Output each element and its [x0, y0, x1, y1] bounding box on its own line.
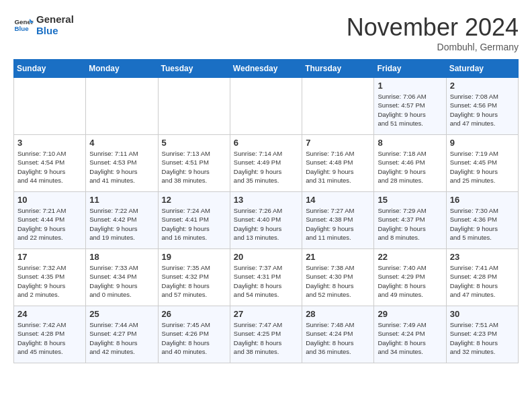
- day-cell: 1Sunrise: 7:06 AMSunset: 4:57 PMDaylight…: [374, 78, 446, 135]
- day-cell: [158, 78, 230, 135]
- day-cell: 10Sunrise: 7:21 AMSunset: 4:44 PMDayligh…: [14, 192, 86, 249]
- day-info: Sunrise: 7:26 AMSunset: 4:40 PMDaylight:…: [234, 206, 298, 242]
- day-number: 8: [378, 138, 442, 148]
- header-thursday: Thursday: [302, 60, 374, 78]
- header-wednesday: Wednesday: [230, 60, 302, 78]
- day-cell: 29Sunrise: 7:49 AMSunset: 4:24 PMDayligh…: [374, 306, 446, 363]
- day-number: 21: [306, 252, 370, 262]
- day-info: Sunrise: 7:35 AMSunset: 4:32 PMDaylight:…: [162, 263, 226, 299]
- day-cell: 14Sunrise: 7:27 AMSunset: 4:38 PMDayligh…: [302, 192, 374, 249]
- day-info: Sunrise: 7:47 AMSunset: 4:25 PMDaylight:…: [234, 320, 298, 356]
- day-number: 14: [306, 195, 370, 205]
- day-info: Sunrise: 7:30 AMSunset: 4:36 PMDaylight:…: [450, 206, 515, 242]
- day-number: 26: [162, 309, 226, 319]
- day-cell: 6Sunrise: 7:14 AMSunset: 4:49 PMDaylight…: [230, 135, 302, 192]
- day-cell: 30Sunrise: 7:51 AMSunset: 4:23 PMDayligh…: [446, 306, 518, 363]
- day-cell: 26Sunrise: 7:45 AMSunset: 4:26 PMDayligh…: [158, 306, 230, 363]
- day-info: Sunrise: 7:10 AMSunset: 4:54 PMDaylight:…: [17, 149, 82, 185]
- day-info: Sunrise: 7:19 AMSunset: 4:45 PMDaylight:…: [450, 149, 515, 185]
- day-cell: 12Sunrise: 7:24 AMSunset: 4:41 PMDayligh…: [158, 192, 230, 249]
- logo-icon: General Blue: [13, 15, 34, 35]
- day-cell: 17Sunrise: 7:32 AMSunset: 4:35 PMDayligh…: [14, 249, 86, 306]
- day-number: 27: [234, 309, 298, 319]
- day-info: Sunrise: 7:38 AMSunset: 4:30 PMDaylight:…: [306, 263, 370, 299]
- day-number: 13: [234, 195, 298, 205]
- day-number: 22: [378, 252, 442, 262]
- svg-text:Blue: Blue: [15, 25, 30, 32]
- header: General Blue General Blue November 2024 …: [13, 13, 519, 52]
- day-info: Sunrise: 7:06 AMSunset: 4:57 PMDaylight:…: [378, 92, 442, 128]
- day-cell: 21Sunrise: 7:38 AMSunset: 4:30 PMDayligh…: [302, 249, 374, 306]
- day-info: Sunrise: 7:49 AMSunset: 4:24 PMDaylight:…: [378, 320, 442, 356]
- day-info: Sunrise: 7:27 AMSunset: 4:38 PMDaylight:…: [306, 206, 370, 242]
- header-friday: Friday: [374, 60, 446, 78]
- day-number: 25: [89, 309, 154, 319]
- day-info: Sunrise: 7:11 AMSunset: 4:53 PMDaylight:…: [89, 149, 154, 185]
- week-row-4: 17Sunrise: 7:32 AMSunset: 4:35 PMDayligh…: [14, 249, 519, 306]
- week-row-1: 1Sunrise: 7:06 AMSunset: 4:57 PMDaylight…: [14, 78, 519, 135]
- day-cell: 11Sunrise: 7:22 AMSunset: 4:42 PMDayligh…: [86, 192, 158, 249]
- week-row-3: 10Sunrise: 7:21 AMSunset: 4:44 PMDayligh…: [14, 192, 519, 249]
- day-number: 5: [162, 138, 226, 148]
- header-sunday: Sunday: [14, 60, 86, 78]
- day-info: Sunrise: 7:33 AMSunset: 4:34 PMDaylight:…: [89, 263, 154, 299]
- day-info: Sunrise: 7:37 AMSunset: 4:31 PMDaylight:…: [234, 263, 298, 299]
- day-number: 29: [378, 309, 442, 319]
- day-cell: 5Sunrise: 7:13 AMSunset: 4:51 PMDaylight…: [158, 135, 230, 192]
- day-info: Sunrise: 7:22 AMSunset: 4:42 PMDaylight:…: [89, 206, 154, 242]
- day-cell: 2Sunrise: 7:08 AMSunset: 4:56 PMDaylight…: [446, 78, 518, 135]
- day-cell: 9Sunrise: 7:19 AMSunset: 4:45 PMDaylight…: [446, 135, 518, 192]
- day-number: 16: [450, 195, 515, 205]
- day-cell: 28Sunrise: 7:48 AMSunset: 4:24 PMDayligh…: [302, 306, 374, 363]
- day-number: 1: [378, 81, 442, 91]
- week-row-5: 24Sunrise: 7:42 AMSunset: 4:28 PMDayligh…: [14, 306, 519, 363]
- day-number: 12: [162, 195, 226, 205]
- day-cell: 16Sunrise: 7:30 AMSunset: 4:36 PMDayligh…: [446, 192, 518, 249]
- day-info: Sunrise: 7:32 AMSunset: 4:35 PMDaylight:…: [17, 263, 82, 299]
- logo-text-blue: Blue: [36, 25, 74, 36]
- month-title: November 2024: [347, 13, 519, 42]
- day-info: Sunrise: 7:21 AMSunset: 4:44 PMDaylight:…: [17, 206, 82, 242]
- day-cell: 24Sunrise: 7:42 AMSunset: 4:28 PMDayligh…: [14, 306, 86, 363]
- day-cell: 3Sunrise: 7:10 AMSunset: 4:54 PMDaylight…: [14, 135, 86, 192]
- day-info: Sunrise: 7:16 AMSunset: 4:48 PMDaylight:…: [306, 149, 370, 185]
- day-cell: [230, 78, 302, 135]
- logo: General Blue General Blue: [13, 13, 74, 36]
- day-cell: 22Sunrise: 7:40 AMSunset: 4:29 PMDayligh…: [374, 249, 446, 306]
- day-cell: 18Sunrise: 7:33 AMSunset: 4:34 PMDayligh…: [86, 249, 158, 306]
- day-info: Sunrise: 7:29 AMSunset: 4:37 PMDaylight:…: [378, 206, 442, 242]
- day-cell: 4Sunrise: 7:11 AMSunset: 4:53 PMDaylight…: [86, 135, 158, 192]
- day-info: Sunrise: 7:14 AMSunset: 4:49 PMDaylight:…: [234, 149, 298, 185]
- day-number: 15: [378, 195, 442, 205]
- day-info: Sunrise: 7:42 AMSunset: 4:28 PMDaylight:…: [17, 320, 82, 356]
- day-number: 23: [450, 252, 515, 262]
- day-cell: 8Sunrise: 7:18 AMSunset: 4:46 PMDaylight…: [374, 135, 446, 192]
- day-number: 20: [234, 252, 298, 262]
- day-info: Sunrise: 7:41 AMSunset: 4:28 PMDaylight:…: [450, 263, 515, 299]
- day-cell: 23Sunrise: 7:41 AMSunset: 4:28 PMDayligh…: [446, 249, 518, 306]
- day-info: Sunrise: 7:40 AMSunset: 4:29 PMDaylight:…: [378, 263, 442, 299]
- calendar-header: SundayMondayTuesdayWednesdayThursdayFrid…: [14, 60, 519, 78]
- day-info: Sunrise: 7:48 AMSunset: 4:24 PMDaylight:…: [306, 320, 370, 356]
- day-number: 6: [234, 138, 298, 148]
- day-cell: [302, 78, 374, 135]
- header-monday: Monday: [86, 60, 158, 78]
- day-number: 4: [89, 138, 154, 148]
- day-number: 24: [17, 309, 82, 319]
- day-info: Sunrise: 7:44 AMSunset: 4:27 PMDaylight:…: [89, 320, 154, 356]
- title-area: November 2024 Dombuhl, Germany: [347, 13, 519, 52]
- day-cell: 15Sunrise: 7:29 AMSunset: 4:37 PMDayligh…: [374, 192, 446, 249]
- day-info: Sunrise: 7:51 AMSunset: 4:23 PMDaylight:…: [450, 320, 515, 356]
- day-number: 9: [450, 138, 515, 148]
- day-info: Sunrise: 7:24 AMSunset: 4:41 PMDaylight:…: [162, 206, 226, 242]
- day-cell: 19Sunrise: 7:35 AMSunset: 4:32 PMDayligh…: [158, 249, 230, 306]
- day-info: Sunrise: 7:45 AMSunset: 4:26 PMDaylight:…: [162, 320, 226, 356]
- day-number: 18: [89, 252, 154, 262]
- day-number: 3: [17, 138, 82, 148]
- calendar-body: 1Sunrise: 7:06 AMSunset: 4:57 PMDaylight…: [14, 78, 519, 363]
- day-info: Sunrise: 7:18 AMSunset: 4:46 PMDaylight:…: [378, 149, 442, 185]
- day-cell: [86, 78, 158, 135]
- header-tuesday: Tuesday: [158, 60, 230, 78]
- header-row: SundayMondayTuesdayWednesdayThursdayFrid…: [14, 60, 519, 78]
- day-info: Sunrise: 7:13 AMSunset: 4:51 PMDaylight:…: [162, 149, 226, 185]
